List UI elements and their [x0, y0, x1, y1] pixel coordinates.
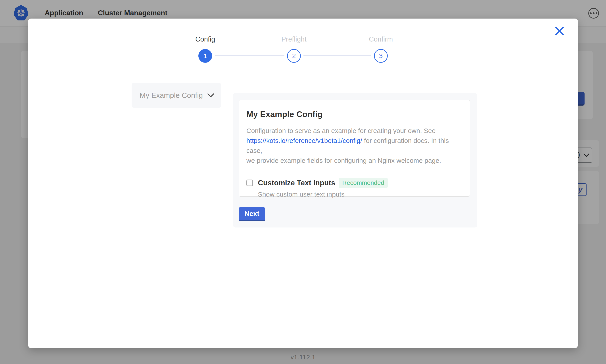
config-group-card: My Example Config Configuration to serve… [239, 100, 470, 196]
customize-text-inputs-checkbox[interactable] [246, 180, 253, 186]
step-label: Config [181, 35, 230, 43]
stepper-step-preflight: Preflight 2 [270, 35, 318, 63]
stepper-step-config: Config 1 [181, 35, 230, 63]
config-group-title: My Example Config [246, 110, 460, 119]
config-item-label: Customize Text Inputs [258, 179, 335, 187]
config-group-dropdown-label: My Example Config [139, 91, 203, 100]
config-panel: My Example Config Configuration to serve… [233, 93, 477, 228]
step-indicator: 3 [374, 49, 388, 63]
page: ☸ Application Cluster Management 0 y v1.… [0, 0, 606, 364]
config-group-dropdown[interactable]: My Example Config [132, 83, 221, 108]
config-wizard-modal: Config 1 Preflight 2 Confirm 3 My Exampl… [28, 19, 578, 348]
chevron-down-icon [207, 93, 214, 98]
step-label: Confirm [357, 35, 405, 43]
recommended-badge: Recommended [339, 178, 388, 188]
step-indicator: 2 [287, 49, 301, 63]
next-button[interactable]: Next [239, 207, 265, 221]
description-text: Configuration to serve as an example for… [246, 127, 436, 134]
close-icon[interactable] [554, 26, 565, 36]
config-group-description: Configuration to serve as an example for… [246, 126, 460, 165]
step-label: Preflight [270, 35, 318, 43]
description-text: we provide example fields for configurin… [246, 157, 441, 164]
config-item-row: Customize Text Inputs Recommended [246, 178, 460, 188]
stepper-step-confirm: Confirm 3 [357, 35, 405, 63]
config-item-help-text: Show custom user text inputs [258, 191, 460, 198]
step-indicator: 1 [198, 49, 212, 63]
config-docs-link[interactable]: https://kots.io/reference/v1beta1/config… [246, 137, 362, 144]
